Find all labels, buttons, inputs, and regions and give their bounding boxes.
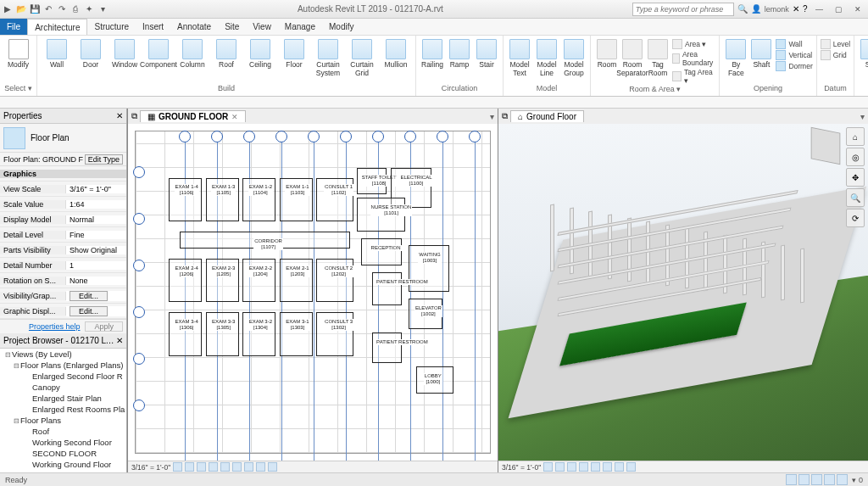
tree-enlarged-second-floor-r[interactable]: Enlarged Second Floor R [0, 371, 126, 382]
select-dropdown[interactable]: Select ▾ [3, 84, 33, 96]
visual-style-icon[interactable] [555, 462, 565, 472]
detail-level-icon[interactable] [173, 462, 182, 472]
tool-window[interactable]: Window [108, 37, 141, 69]
select-pinned-icon[interactable] [811, 474, 822, 485]
signin-icon[interactable]: 👤 [751, 4, 761, 14]
maximize-button[interactable]: ▢ [830, 5, 847, 14]
apply-button[interactable]: Apply [85, 321, 123, 332]
tool-set[interactable]: Set [858, 37, 868, 69]
grid-bubble[interactable] [404, 131, 416, 142]
select-face-icon[interactable] [824, 474, 835, 485]
drag-icon[interactable] [837, 474, 848, 485]
undo-icon[interactable]: ↶ [42, 3, 54, 15]
tree-enlarged-stair-plan[interactable]: Enlarged Stair Plan [0, 393, 126, 404]
open-icon[interactable]: 📂 [15, 3, 27, 15]
grid-bubble[interactable] [340, 131, 352, 142]
grid-bubble[interactable] [437, 131, 448, 142]
crop-region-icon[interactable] [603, 462, 612, 472]
wall-3d[interactable] [800, 248, 804, 303]
tool-model-group[interactable]: ModelGroup [561, 37, 587, 77]
view-nav-icon[interactable]: ⧉ [498, 111, 510, 121]
wall-3d[interactable] [550, 204, 554, 272]
view-scale-left[interactable]: 3/16" = 1'-0" [131, 463, 170, 472]
tree-roof[interactable]: Roof [0, 426, 126, 437]
browser-close-icon[interactable]: ✕ [116, 336, 123, 345]
tool-shaft[interactable]: Shaft [748, 37, 774, 77]
view-tab-dropdown[interactable]: ▾ [486, 112, 498, 121]
grid-bubble[interactable] [275, 131, 287, 142]
prop-rotation-on-s-[interactable]: Rotation on S...None [0, 273, 126, 288]
browser-header[interactable]: Project Browser - 012170 LT -A.rvt ✕ [0, 333, 126, 349]
tool-column[interactable]: Column [176, 37, 209, 69]
orbit-icon[interactable]: ⟳ [846, 209, 865, 227]
shadows-icon[interactable] [209, 462, 218, 472]
tool-wall[interactable]: Wall [41, 37, 73, 69]
grid-bubble[interactable] [372, 131, 384, 142]
app-menu-icon[interactable]: ▶ [2, 3, 14, 15]
room-reception[interactable] [361, 238, 402, 265]
infocenter-icon[interactable]: 🔍 [737, 4, 748, 14]
zoom-icon[interactable]: 🔍 [846, 188, 865, 207]
print-icon[interactable]: ⎙ [70, 3, 81, 15]
prop-view-scale[interactable]: View Scale3/16" = 1'-0" [0, 182, 126, 197]
grid-bubble[interactable] [133, 260, 145, 271]
sun-path-icon[interactable] [567, 462, 576, 472]
tool-tag-room[interactable]: TagRoom [645, 37, 670, 77]
crop-view-icon[interactable] [591, 462, 600, 472]
tool-railing[interactable]: Railing [420, 37, 445, 69]
tool-curtain-system[interactable]: CurtainSystem [312, 37, 344, 77]
tool-floor[interactable]: Floor [278, 37, 310, 69]
tree-canopy[interactable]: Canopy [0, 382, 126, 393]
tool-curtain-grid[interactable]: CurtainGrid [346, 37, 378, 77]
tree-views-by-level-[interactable]: ⊟Views (By Level) [0, 349, 126, 360]
tool-model-text[interactable]: ModelText [507, 37, 532, 77]
reveal-hidden-icon[interactable] [626, 462, 636, 472]
3d-canvas[interactable]: ⌂ ◎ ✥ 🔍 ⟳ [498, 124, 868, 461]
exchange-icon[interactable]: ✕ [793, 4, 799, 14]
project-browser[interactable]: ⊟Views (By Level)⊟Floor Plans (Enlarged … [0, 349, 126, 472]
floorplan-canvas[interactable]: EXAM 1-4[1106]EXAM 1-3[1105]EXAM 1-2[110… [128, 124, 498, 461]
tool-dormer[interactable]: Dormer [776, 61, 812, 71]
reveal-hidden-icon[interactable] [256, 462, 265, 472]
room-patient-restroom[interactable] [372, 332, 402, 363]
temp-hide-icon[interactable] [244, 462, 253, 472]
tab-modify[interactable]: Modify [322, 19, 360, 35]
close-button[interactable]: ✕ [849, 5, 866, 14]
view-scale-right[interactable]: 3/16" = 1'-0" [502, 463, 541, 472]
view-nav-icon[interactable]: ⧉ [128, 111, 140, 121]
shadows-icon[interactable] [579, 462, 588, 472]
tree-working-second-floor[interactable]: Working Second Floor [0, 437, 126, 448]
grid-bubble[interactable] [211, 131, 223, 142]
properties-help-link[interactable]: Properties help [29, 322, 81, 331]
crop-region-icon[interactable] [232, 462, 242, 472]
tool-door[interactable]: Door [75, 37, 107, 69]
view-tab-dropdown[interactable]: ▾ [856, 112, 868, 121]
tree-enlarged-rest-rooms-pla[interactable]: Enlarged Rest Rooms Pla [0, 404, 126, 415]
tab-view[interactable]: View [246, 19, 278, 35]
tool-mullion[interactable]: Mullion [380, 37, 412, 69]
tree-working-ground-floor[interactable]: Working Ground Floor [0, 459, 126, 470]
tool-model-line[interactable]: ModelLine [534, 37, 559, 77]
tool-by-face[interactable]: ByFace [723, 37, 748, 77]
tab-insert[interactable]: Insert [136, 19, 170, 35]
wall-3d[interactable] [761, 241, 765, 298]
filter-count[interactable]: ▾ 0 [852, 476, 863, 484]
wall-3d[interactable] [781, 244, 785, 300]
type-selector[interactable]: Floor Plan [0, 124, 126, 153]
tree-floor-plans-enlarged-plans-[interactable]: ⊟Floor Plans (Enlarged Plans) [0, 360, 126, 371]
select-underlay-icon[interactable] [798, 474, 810, 485]
pan-icon[interactable]: ✥ [846, 168, 865, 187]
grid-bubble[interactable] [133, 166, 145, 178]
prop-detail-number[interactable]: Detail Number1 [0, 258, 126, 273]
group-roomarea-label[interactable]: Room & Area ▾ [594, 85, 715, 96]
tool-area-boundary[interactable]: Area Boundary [672, 50, 715, 67]
help-icon[interactable]: ? [803, 4, 808, 14]
grid-bubble[interactable] [469, 131, 481, 142]
view-tab-3d-ground-floor[interactable]: ⌂ Ground Floor [510, 110, 584, 122]
tool-ceiling[interactable]: Ceiling [244, 37, 276, 69]
prop-display-model[interactable]: Display ModelNormal [0, 212, 126, 227]
view-tab-close-icon[interactable]: ✕ [231, 113, 238, 121]
steering-wheel-icon[interactable]: ◎ [846, 148, 865, 166]
prop-scale-value[interactable]: Scale Value1:64 [0, 197, 126, 212]
tool-roof[interactable]: Roof [210, 37, 242, 69]
